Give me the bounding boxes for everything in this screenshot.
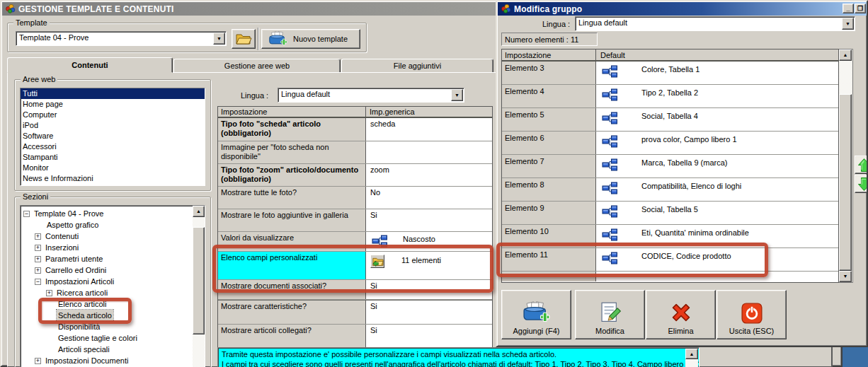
table-row[interactable]: Mostrare documenti associati? Si [218, 280, 492, 300]
chevron-down-icon[interactable]: ▼ [213, 33, 225, 45]
table-row-elemento-7[interactable]: Elemento 7 Marca, Tabella 9 (marca) [502, 155, 838, 178]
lingua-label: Lingua : [241, 91, 268, 100]
folder-field-button[interactable] [370, 255, 384, 268]
lingua-combobox-value: Lingua default [576, 17, 841, 30]
table-row[interactable]: Valori da visualizzare Nascosto [218, 232, 492, 252]
info-box-scrollbar[interactable]: ▲ [685, 349, 698, 367]
folder-icon [235, 32, 252, 46]
list-item-monitor[interactable]: Monitor [21, 163, 205, 173]
tree-item-contenuti[interactable]: +Contenuti [21, 231, 205, 242]
list-item-stampanti[interactable]: Stampanti [21, 152, 205, 163]
table-row[interactable]: Mostrare le foto aggiuntive in galleria … [218, 209, 492, 232]
app-icon [5, 4, 16, 14]
collapse-icon[interactable]: − [23, 211, 30, 217]
expand-icon[interactable]: + [46, 290, 52, 296]
delete-x-icon [669, 301, 693, 324]
sezioni-group-label: Sezioni [21, 192, 50, 201]
nuovo-template-button[interactable]: Nuovo template [261, 29, 360, 49]
table-row-elemento-8[interactable]: Elemento 8 Compatibilità, Elenco di logh… [502, 178, 838, 202]
tree-item-elenco-articoli[interactable]: Elenco articoli [21, 298, 205, 310]
uscita-button[interactable]: Uscita (ESC) [716, 290, 787, 339]
right-window-titlebar[interactable]: Modifica gruppo [498, 2, 868, 16]
tab-gestione-aree-web[interactable]: Gestione aree web [173, 59, 341, 73]
tree-item-inserzioni[interactable]: +Inserzioni [21, 242, 205, 253]
scroll-up-icon[interactable]: ▲ [685, 349, 698, 359]
table-row[interactable]: Tipo foto "scheda" articolo (obbligatori… [218, 118, 492, 141]
list-item-computer[interactable]: Computer [21, 110, 205, 120]
expand-icon[interactable]: + [35, 358, 41, 364]
move-down-button[interactable] [855, 175, 868, 193]
tree-item-aspetto-grafico[interactable]: Aspetto grafico [21, 219, 205, 231]
column-header-imp-generica: Imp.generica [366, 107, 492, 117]
table-row[interactable]: Mostrare caratteristiche? Si [218, 300, 492, 325]
table-row-elemento-4[interactable]: Elemento 4 Tipo 2, Tabella 2 [502, 85, 838, 108]
elements-table-header: Impostazione Default [502, 49, 838, 62]
table-row[interactable]: Mostrare tutte le foto? No [218, 187, 492, 209]
maximize-button[interactable]: ❐ [855, 4, 866, 13]
scrollbar-thumb[interactable] [193, 227, 205, 334]
expand-icon[interactable]: + [35, 245, 41, 251]
list-item-software[interactable]: Software [21, 131, 205, 141]
expand-icon[interactable]: + [35, 233, 41, 240]
elements-table-scrollbar[interactable]: ▲ ▼ [839, 49, 853, 283]
table-row-elemento-9[interactable]: Elemento 9 Social, Tabella 5 [502, 202, 838, 225]
tree-item-carrello-ed-ordini[interactable]: +Carrello ed Ordini [21, 264, 205, 276]
table-row-elemento-5[interactable]: Elemento 5 Social, Tabella 4 [502, 108, 838, 132]
tree-item-impostazioni-documenti[interactable]: +Impostazioni Documenti [21, 355, 205, 366]
power-exit-icon [741, 303, 763, 324]
table-row-elemento-6[interactable]: Elemento 6 prova color, Campo libero 1 [502, 132, 838, 155]
expand-icon[interactable]: + [35, 256, 41, 262]
lingua-combobox[interactable]: Lingua default ▼ [575, 16, 855, 31]
tree-item-impostazioni-articoli[interactable]: −Impostazioni Articoli [21, 276, 205, 287]
column-header-impostazione: Impostazione [218, 107, 366, 117]
tree-item-ricerca-articoli[interactable]: +Ricerca articoli [21, 287, 205, 298]
template-group-label: Template [13, 18, 50, 27]
tree-item-articoli-speciali[interactable]: Articoli speciali [21, 344, 205, 355]
list-item-news-informazioni[interactable]: News e Informazioni [21, 173, 205, 184]
node-tree-icon [602, 135, 617, 148]
chevron-down-icon[interactable]: ▼ [451, 89, 463, 101]
aree-web-listbox[interactable]: Tutti Home page Computer iPod Software A… [20, 88, 205, 186]
scroll-down-icon[interactable]: ▼ [839, 271, 852, 282]
tree-item-parametri-utente[interactable]: +Parametri utente [21, 253, 205, 264]
elimina-button[interactable]: Elimina [646, 290, 716, 339]
table-row-elemento-3[interactable]: Elemento 3 Colore, Tabella 1 [502, 62, 838, 85]
open-folder-button[interactable] [232, 29, 256, 49]
table-row[interactable]: Tipo foto "zoom" articolo/documento (obb… [218, 164, 492, 187]
chevron-down-icon[interactable]: ▼ [842, 18, 854, 30]
list-item-ipod[interactable]: iPod [21, 120, 205, 131]
expand-icon[interactable]: + [35, 267, 41, 274]
table-row[interactable]: Mostrare articoli collegati? Si [218, 325, 492, 347]
scroll-up-icon[interactable]: ▲ [839, 49, 852, 61]
column-header-impostazione: Impostazione [502, 49, 596, 60]
collapse-icon[interactable]: − [35, 279, 41, 285]
table-row-elemento-11[interactable]: Elemento 11 CODICE, Codice prodotto [502, 248, 838, 272]
tree-item-disponibilita[interactable]: Disponibilità [21, 321, 205, 332]
elimina-label: Elimina [668, 327, 693, 335]
minimize-button[interactable]: _ [843, 4, 854, 13]
tab-contenuti[interactable]: Contenuti [7, 57, 173, 73]
list-item-accessori[interactable]: Accessori [21, 141, 205, 152]
scrollbar-thumb[interactable] [839, 94, 852, 271]
sezioni-tree[interactable]: −Template 04 - Prove Aspetto grafico +Co… [20, 205, 205, 367]
sezioni-tree-scrollbar[interactable]: ▲ [193, 206, 205, 367]
table-row-elemento-10[interactable]: Elemento 10 Eti, Quantita' minima ordina… [502, 225, 838, 248]
modifica-button[interactable]: Modifica [575, 290, 645, 339]
numero-elementi-label: Numero elementi : 11 [505, 35, 578, 44]
aree-web-group-label: Aree web [21, 75, 57, 83]
tree-item-gestione-taglie-e-colori[interactable]: Gestione taglie e colori [21, 332, 205, 344]
node-tree-icon [602, 158, 617, 171]
move-up-button[interactable] [855, 156, 868, 174]
list-item-home-page[interactable]: Home page [21, 99, 205, 110]
list-item-tutti[interactable]: Tutti [21, 88, 205, 99]
tree-item-scheda-articolo[interactable]: Scheda articolo [21, 310, 205, 321]
scroll-up-icon[interactable]: ▲ [193, 206, 205, 217]
template-combobox[interactable]: Template 04 - Prove ▼ [16, 31, 227, 46]
table-row-elenco-campi-personalizzati[interactable]: Elenco campi personalizzati 11 elementi [218, 252, 492, 280]
lingua-combobox[interactable]: Lingua default ▼ [278, 88, 464, 103]
aggiungi-button[interactable]: Aggiungi (F4) [501, 290, 571, 339]
tab-file-aggiuntivi[interactable]: File aggiuntivi [341, 59, 493, 73]
folder-arrow-icon [372, 256, 384, 267]
tree-item-template-04-prove[interactable]: −Template 04 - Prove [21, 208, 205, 219]
table-row[interactable]: Immagine per "foto scheda non disponibil… [218, 141, 492, 164]
